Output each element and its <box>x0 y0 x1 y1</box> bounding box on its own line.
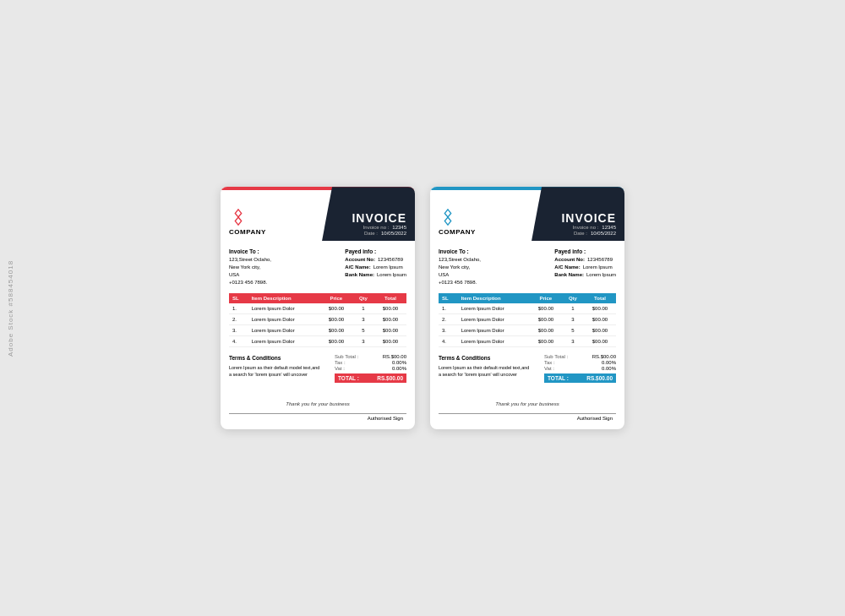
col-sl-1: SL <box>229 293 248 303</box>
vat-label-2: Vat : <box>544 366 554 371</box>
bill-to-label-2: Invoice To : <box>439 248 481 256</box>
date-label-2: Date : <box>574 231 587 236</box>
auth-sign-2: Authorised Sign <box>439 413 616 421</box>
table-row: 2.Lorem Ipsum Dolor$00.003$00.00 <box>439 313 616 324</box>
header-right-1: INVOICE Invoice no : 12345 Date : 10/05/… <box>322 187 415 241</box>
sub-total-1: RS.$00.00 <box>383 354 406 359</box>
col-qty-2: Qty <box>562 293 584 303</box>
tax-label-1: Tax : <box>335 360 346 365</box>
invoice-header-2: COMPANY INVOICE Invoice no : 12345 Date … <box>430 187 624 241</box>
thank-you-2: Thank you for your business <box>439 401 616 406</box>
table-row: 3.Lorem Ipsum Dolor$00.005$00.00 <box>229 324 406 335</box>
sub-total-label-2: Sub Total : <box>544 354 568 359</box>
header-right-2: INVOICE Invoice no : 12345 Date : 10/05/… <box>532 187 624 241</box>
total-final-label-2: TOTAL : <box>548 375 569 381</box>
vat-label-1: Vat : <box>335 366 345 371</box>
table-row: 1.Lorem Ipsum Dolor$00.001$00.00 <box>229 303 406 314</box>
header-left-2: COMPANY <box>430 187 532 241</box>
bill-to-line2-1: New York city, <box>229 264 271 271</box>
bill-to-block-1: Invoice To : 123,Street Oclaho, New York… <box>229 248 271 286</box>
ac-name-label-1: A/C Name: <box>345 264 370 271</box>
svg-marker-1 <box>235 217 241 225</box>
invoice-title-1: INVOICE <box>327 211 406 225</box>
sub-total-label-1: Sub Total : <box>335 354 358 359</box>
col-sl-2: SL <box>439 293 458 303</box>
account-no-1: 123456789 <box>378 256 403 264</box>
table-row: 4.Lorem Ipsum Dolor$00.003$00.00 <box>439 335 616 346</box>
table-row: 2.Lorem Ipsum Dolor$00.003$00.00 <box>229 313 406 324</box>
svg-marker-0 <box>235 210 241 217</box>
col-desc-2: Item Description <box>458 293 530 303</box>
date-label-1: Date : <box>364 231 378 236</box>
invoice-header-1: COMPANY INVOICE Invoice no : 12345 Date … <box>221 187 415 241</box>
invoice-title-2: INVOICE <box>537 211 616 225</box>
bill-to-line4-1: +0123 456 7898. <box>229 279 271 286</box>
bottom-section-2: Thank you for your business Authorised S… <box>430 401 624 429</box>
sub-total-2: RS.$00.00 <box>592 354 616 359</box>
invoice-card-1: COMPANY INVOICE Invoice no : 12345 Date … <box>221 187 415 429</box>
terms-title-1: Terms & Conditions <box>229 354 322 363</box>
invoice-info-2: Invoice To : 123,Street Oclaho, New York… <box>439 248 616 286</box>
invoice-no-label-1: Invoice no : <box>363 225 390 230</box>
main-container: COMPANY INVOICE Invoice no : 12345 Date … <box>221 187 624 429</box>
total-final-value-1: RS.$00.00 <box>377 375 403 381</box>
bank-name-2: Lorem Ipsum <box>586 271 616 279</box>
bill-to-line1-1: 123,Street Oclaho, <box>229 256 271 264</box>
vat-2: 0.00% <box>602 366 616 371</box>
svg-marker-3 <box>444 217 450 225</box>
col-price-1: Price <box>320 293 352 303</box>
invoice-no-2: 12345 <box>602 225 616 230</box>
terms-title-2: Terms & Conditions <box>439 354 532 363</box>
date-1: 10/05/2022 <box>381 231 406 236</box>
totals-block-2: Sub Total : RS.$00.00 Tax : 0.00% Vat : … <box>544 354 616 383</box>
col-qty-1: Qty <box>352 293 374 303</box>
terms-block-2: Terms & Conditions Lorem Ipsum as their … <box>439 354 532 383</box>
company-logo-2 <box>439 208 457 226</box>
ac-name-2: Lorem Ipsum <box>583 264 613 271</box>
invoice-info-1: Invoice To : 123,Street Oclaho, New York… <box>229 248 406 286</box>
company-logo-1 <box>229 208 248 226</box>
bill-to-label-1: Invoice To : <box>229 248 271 256</box>
payment-info-label-1: Payed info : <box>345 248 406 256</box>
total-final-value-2: RS.$00.00 <box>586 375 613 381</box>
totals-block-1: Sub Total : RS.$00.00 Tax : 0.00% Vat : … <box>335 354 406 383</box>
table-row: 3.Lorem Ipsum Dolor$00.005$00.00 <box>439 324 616 335</box>
bill-to-block-2: Invoice To : 123,Street Oclaho, New York… <box>439 248 481 286</box>
table-head-row-1: SL Item Description Price Qty Total <box>229 293 406 303</box>
company-name-1: COMPANY <box>229 228 313 236</box>
bottom-section-1: Thank you for your business Authorised S… <box>221 401 415 429</box>
total-final-label-1: TOTAL : <box>338 375 359 381</box>
invoice-body-2: Invoice To : 123,Street Oclaho, New York… <box>430 241 624 396</box>
total-final-1: TOTAL : RS.$00.00 <box>335 373 406 383</box>
account-no-label-2: Account No: <box>554 256 585 264</box>
bank-name-label-1: Bank Name: <box>345 271 374 279</box>
invoice-card-2: COMPANY INVOICE Invoice no : 12345 Date … <box>430 187 624 429</box>
ac-name-label-2: A/C Name: <box>554 264 580 271</box>
thank-you-1: Thank you for your business <box>229 401 406 406</box>
bill-to-line1-2: 123,Street Oclaho, <box>439 256 481 264</box>
header-left-1: COMPANY <box>221 187 322 241</box>
date-2: 10/05/2022 <box>591 231 616 236</box>
bank-name-1: Lorem Ipsum <box>377 271 406 279</box>
bill-to-line3-2: USA <box>439 271 481 279</box>
account-no-label-1: Account No: <box>345 256 375 264</box>
invoice-no-label-2: Invoice no : <box>573 225 599 230</box>
tax-label-2: Tax : <box>544 360 555 365</box>
terms-block-1: Terms & Conditions Lorem Ipsum as their … <box>229 354 322 383</box>
terms-text-2: Lorem Ipsum as their default model text,… <box>439 364 532 379</box>
total-final-2: TOTAL : RS.$00.00 <box>544 373 616 383</box>
col-desc-1: Item Description <box>248 293 320 303</box>
bill-to-line4-2: +0123 456 7898. <box>439 279 481 286</box>
col-total-1: Total <box>374 293 406 303</box>
company-name-2: COMPANY <box>439 228 523 236</box>
invoice-no-1: 12345 <box>392 225 406 230</box>
table-row: 1.Lorem Ipsum Dolor$00.001$00.00 <box>439 303 616 314</box>
tax-1: 0.00% <box>392 360 406 365</box>
invoice-table-2: SL Item Description Price Qty Total 1.Lo… <box>439 293 616 347</box>
svg-marker-2 <box>444 210 450 217</box>
payment-info-block-2: Payed info : Account No: 123456789 A/C N… <box>554 248 616 286</box>
col-price-2: Price <box>530 293 562 303</box>
adobe-watermark: Adobe Stock #588454018 <box>7 259 14 356</box>
bill-to-line2-2: New York city, <box>439 264 481 271</box>
invoice-footer-2: Terms & Conditions Lorem Ipsum as their … <box>439 354 616 390</box>
